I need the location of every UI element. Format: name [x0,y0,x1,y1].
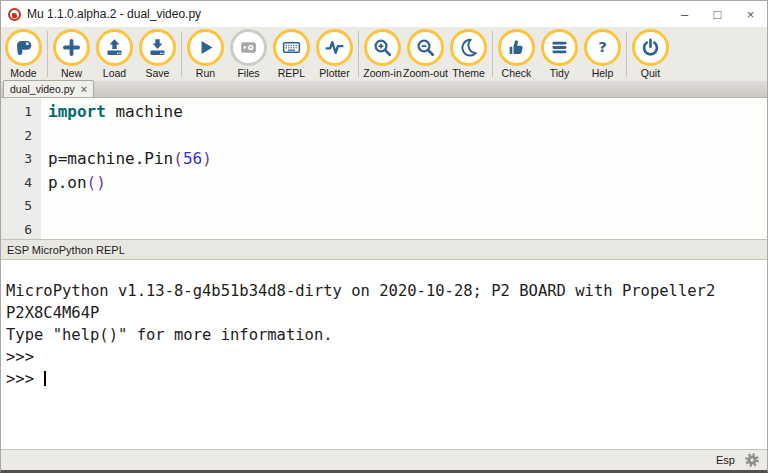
window-controls: – □ × [668,1,767,27]
repl-line: >>> [6,346,767,368]
toolbar-button-label: New [61,67,82,79]
zoom-in-icon [364,29,401,66]
toolbar-button-files[interactable]: Files [227,29,270,79]
toolbar-button-label: Tidy [550,67,569,79]
status-mode-label[interactable]: Esp [716,454,735,466]
toolbar-button-label: Files [237,67,259,79]
new-file-icon [53,29,90,66]
repl-pane-header: ESP MicroPython REPL [1,240,767,260]
minimize-button[interactable]: – [668,1,701,27]
line-number: 4 [1,171,32,195]
text-cursor [44,371,46,386]
toolbar-separator [626,31,627,77]
toolbar-button-plotter[interactable]: Plotter [313,29,356,79]
line-number: 3 [1,147,32,171]
files-icon [230,29,267,66]
toolbar-button-label: Run [196,67,215,79]
tab-close-icon[interactable]: × [81,84,87,95]
save-icon [139,29,176,66]
line-number: 5 [1,194,32,218]
tidy-lines-icon [541,29,578,66]
run-icon [187,29,224,66]
line-number-gutter: 123456 [1,98,41,239]
repl-pane-title: ESP MicroPython REPL [7,244,125,256]
line-number: 2 [1,124,32,148]
maximize-button[interactable]: □ [701,1,734,27]
window-title: Mu 1.1.0.alpha.2 - dual_video.py [27,7,668,21]
repl-line: >>> [6,368,767,390]
code-line [48,194,767,218]
repl-line: P2X8C4M64P [6,302,767,324]
tab-label: dual_video.py [10,83,75,95]
load-icon [96,29,133,66]
help-question-icon: ? [584,29,621,66]
code-line: p.on() [48,171,767,195]
toolbar-button-save[interactable]: Save [136,29,179,79]
repl-line: MicroPython v1.13-8-g4b51b34d8-dirty on … [6,280,767,302]
toolbar-button-new[interactable]: New [50,29,93,79]
line-number: 6 [1,218,32,242]
toolbar-button-load[interactable]: Load [93,29,136,79]
tab-bar: dual_video.py × [1,81,767,98]
repl-line: Type "help()" for more information. [6,324,767,346]
toolbar-button-zoom-in[interactable]: Zoom-in [361,29,404,79]
toolbar-button-label: Load [103,67,126,79]
toolbar-separator [181,31,182,77]
close-button[interactable]: × [734,1,767,27]
code-line [48,218,767,240]
check-thumbs-up-icon [498,29,535,66]
toolbar-button-label: Save [146,67,170,79]
repl-keyboard-icon [273,29,310,66]
zoom-out-icon [407,29,444,66]
toolbar-button-label: Plotter [319,67,349,79]
toolbar-button-label: Mode [10,67,36,79]
toolbar-button-label: Zoom-in [363,67,402,79]
toolbar-button-zoom-out[interactable]: Zoom-out [404,29,447,79]
toolbar-button-repl[interactable]: REPL [270,29,313,79]
toolbar-separator [492,31,493,77]
mu-app-icon [8,8,21,21]
code-line: p=machine.Pin(56) [48,147,767,171]
mu-editor-window: Mu 1.1.0.alpha.2 - dual_video.py – □ × M… [0,0,768,473]
toolbar-button-tidy[interactable]: Tidy [538,29,581,79]
repl-output[interactable]: MicroPython v1.13-8-g4b51b34d8-dirty on … [1,260,767,449]
title-bar: Mu 1.1.0.alpha.2 - dual_video.py – □ × [1,1,767,27]
code-line: import machine [48,100,767,124]
quit-power-icon [632,29,669,66]
toolbar-button-label: Help [592,67,614,79]
toolbar-button-label: REPL [278,67,305,79]
toolbar: Mode New Load [1,27,767,81]
toolbar-button-mode[interactable]: Mode [2,29,45,79]
plotter-pulse-icon [316,29,353,66]
toolbar-button-label: Check [502,67,532,79]
toolbar-separator [47,31,48,77]
toolbar-button-help[interactable]: ? Help [581,29,624,79]
code-line [48,124,767,148]
tab-dual-video[interactable]: dual_video.py × [3,80,94,97]
toolbar-button-label: Quit [641,67,660,79]
settings-gear-icon[interactable] [744,452,760,468]
toolbar-button-label: Theme [452,67,485,79]
line-number: 1 [1,100,32,124]
code-editor[interactable]: 123456 import machinep=machine.Pin(56)p.… [1,98,767,240]
toolbar-button-check[interactable]: Check [495,29,538,79]
theme-moon-icon [450,29,487,66]
code-lines[interactable]: import machinep=machine.Pin(56)p.on() [41,98,767,239]
toolbar-button-run[interactable]: Run [184,29,227,79]
svg-text:?: ? [598,38,607,56]
toolbar-button-label: Zoom-out [403,67,448,79]
toolbar-button-quit[interactable]: Quit [629,29,672,79]
mode-icon [5,29,42,66]
toolbar-button-theme[interactable]: Theme [447,29,490,79]
status-bar: Esp [1,449,767,470]
toolbar-separator [358,31,359,77]
